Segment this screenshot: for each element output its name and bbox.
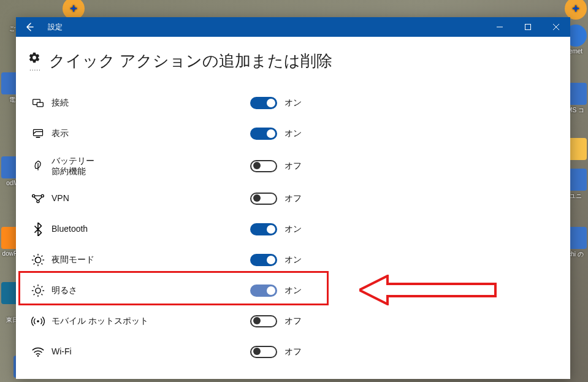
toggle-battery-saver[interactable] [250,160,277,172]
option-label: Bluetooth [48,224,250,235]
option-label: 接続 [48,97,250,109]
toggle-state: オン [284,254,302,265]
svg-rect-0 [525,25,531,30]
bluetooth-icon [28,223,48,236]
back-button[interactable] [16,17,43,37]
brightness-icon [28,284,48,297]
toggle-night-mode[interactable] [250,254,277,266]
option-label: 明るさ [48,285,250,296]
svg-line-24 [34,294,35,296]
option-label: 夜間モード [48,254,250,265]
settings-window: 設定 ..... クイック アクションの追加または削除 接続 [16,17,570,379]
toggle-display[interactable] [250,128,277,140]
svg-line-16 [42,256,43,257]
svg-rect-4 [36,137,40,138]
wifi-icon [28,346,48,357]
toggle-state: オフ [284,161,302,172]
toggle-wifi[interactable] [250,346,277,358]
connect-icon [28,97,48,109]
minimize-icon [497,24,503,30]
svg-line-13 [34,256,35,257]
content-area: ..... クイック アクションの追加または削除 接続 オン 表示 オン [16,37,570,379]
night-mode-icon [28,253,48,267]
vpn-icon [28,193,48,204]
toggle-state: オン [284,128,302,139]
toggle-state: オン [284,97,302,109]
svg-line-25 [42,286,43,288]
toggle-hotspot[interactable] [250,315,277,327]
option-connect: 接続 オン [28,88,565,118]
window-title: 設定 [43,22,63,32]
heading-icon-col: ..... [28,50,49,72]
display-icon [28,128,48,140]
option-label: VPN [48,193,250,204]
option-label: Wi-Fi [48,346,250,357]
option-wifi: Wi-Fi オフ [28,337,565,367]
svg-line-15 [34,264,35,265]
maximize-icon [525,24,531,30]
svg-line-22 [34,286,35,288]
arrow-left-icon [25,22,34,32]
maximize-button[interactable] [514,17,542,37]
svg-point-26 [37,320,39,323]
toggle-state: オン [284,224,302,235]
toggle-state: オフ [284,346,302,357]
toggle-connect[interactable] [250,97,277,109]
toggle-state: オン [284,285,302,296]
option-battery-saver: バッテリー 節約機能 オフ [28,149,565,183]
option-bluetooth: Bluetooth オン [28,214,565,245]
option-label: 表示 [48,128,250,139]
svg-line-23 [42,294,43,296]
close-button[interactable] [542,17,570,37]
toggle-state: オフ [284,193,302,204]
toggle-bluetooth[interactable] [250,223,277,235]
heading-dots: ..... [29,65,49,72]
toggle-state: オフ [284,316,302,327]
gear-icon [28,52,40,64]
battery-leaf-icon [28,159,48,173]
option-display: 表示 オン [28,118,565,149]
option-label: バッテリー 節約機能 [48,156,250,177]
svg-point-17 [36,288,40,293]
hotspot-icon [28,315,48,327]
svg-rect-2 [37,102,43,107]
option-label: モバイル ホットスポット [48,316,250,327]
option-vpn: VPN オフ [28,183,565,214]
option-brightness: 明るさ オン [28,275,565,306]
toggle-vpn[interactable] [250,193,277,205]
svg-point-27 [37,355,39,357]
page-heading: クイック アクションの追加または削除 [49,50,332,72]
titlebar: 設定 [16,17,570,37]
option-hotspot: モバイル ホットスポット オフ [28,306,565,337]
svg-line-14 [42,264,43,265]
close-icon [553,24,559,30]
option-night-mode: 夜間モード オン [28,245,565,275]
toggle-brightness[interactable] [250,285,277,297]
minimize-button[interactable] [486,17,514,37]
